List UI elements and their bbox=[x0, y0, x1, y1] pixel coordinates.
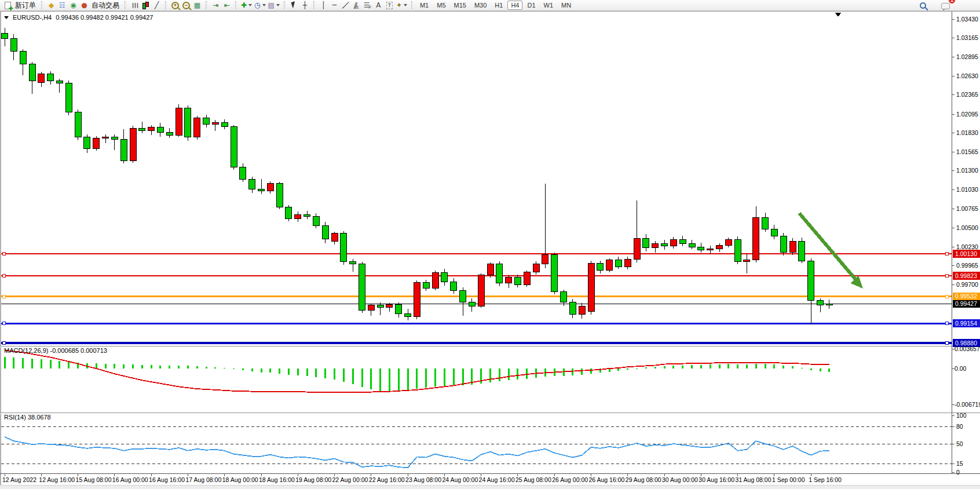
price-tick-label: 1.01565 bbox=[956, 148, 978, 155]
horizontal-level-line[interactable] bbox=[1, 253, 952, 256]
time-tick-label: 26 Aug 00:00 bbox=[552, 476, 588, 483]
horizontal-level-line[interactable] bbox=[1, 322, 952, 325]
line-chart-button[interactable]: ╱ bbox=[151, 1, 162, 10]
text-label-button[interactable]: T bbox=[384, 1, 395, 10]
rsi-line bbox=[5, 437, 829, 468]
timeframe-button-M5[interactable]: M5 bbox=[433, 1, 449, 10]
new-order-button[interactable] bbox=[2, 1, 13, 10]
horizontal-level-line[interactable] bbox=[1, 342, 952, 345]
candle-body bbox=[84, 137, 90, 149]
candle-body bbox=[524, 272, 530, 284]
line-handle[interactable] bbox=[945, 253, 948, 256]
candle-body bbox=[780, 236, 787, 253]
timeframe-button-M15[interactable]: M15 bbox=[451, 1, 470, 10]
templates-button[interactable]: ▤ bbox=[267, 1, 281, 10]
candlestick-chart-icon bbox=[142, 2, 149, 9]
new-order-icon bbox=[5, 2, 11, 9]
line-handle[interactable] bbox=[2, 275, 5, 278]
panel-separators[interactable] bbox=[0, 346, 980, 474]
toolbar-separator bbox=[313, 1, 315, 9]
macd-histogram-bar bbox=[159, 366, 161, 369]
candle-body bbox=[396, 305, 402, 314]
signal-button[interactable]: ◉ bbox=[68, 1, 79, 10]
line-handle[interactable] bbox=[2, 295, 5, 298]
cursor-button[interactable] bbox=[288, 1, 299, 10]
search-button[interactable] bbox=[917, 1, 928, 10]
line-handle[interactable] bbox=[945, 322, 948, 325]
vertical-line-button[interactable]: │ bbox=[318, 1, 329, 10]
text-button[interactable]: A bbox=[373, 1, 384, 10]
trend-line-button[interactable]: ╱ bbox=[340, 1, 351, 10]
line-handle[interactable] bbox=[945, 275, 948, 278]
price-axis[interactable]: 1.034301.031651.028951.026301.023651.020… bbox=[952, 16, 980, 476]
price-badge: 1.00130 bbox=[953, 250, 980, 258]
svg-text:0.99532: 0.99532 bbox=[955, 293, 977, 300]
macd-histogram-bar bbox=[233, 368, 235, 369]
chart-shift-marker[interactable] bbox=[835, 13, 842, 17]
candle-body bbox=[350, 262, 356, 264]
timeframe-button-M1[interactable]: M1 bbox=[416, 1, 432, 10]
indicators-button[interactable]: ✚ bbox=[240, 1, 253, 10]
market-watch-button[interactable]: ◆ bbox=[46, 1, 57, 10]
candle-body bbox=[469, 302, 475, 306]
arrows-button[interactable]: ✦ bbox=[395, 1, 408, 10]
candle-body bbox=[689, 243, 695, 247]
candle-body bbox=[634, 238, 640, 259]
timeframe-button-W1[interactable]: W1 bbox=[540, 1, 557, 10]
time-tick-label: 15 Aug 08:00 bbox=[76, 476, 112, 483]
line-handle[interactable] bbox=[2, 322, 5, 325]
fibonacci-button[interactable]: ☰F bbox=[362, 1, 373, 10]
time-tick-label: 22 Aug 00:00 bbox=[332, 476, 368, 483]
candle-body bbox=[56, 81, 63, 83]
chart-canvas[interactable]: 1.034301.031651.028951.026301.023651.020… bbox=[0, 0, 980, 489]
auto-trading-button[interactable]: ● bbox=[79, 1, 90, 10]
timeframe-button-M30[interactable]: M30 bbox=[471, 1, 490, 10]
candle-body bbox=[231, 127, 237, 167]
data-window-button[interactable]: ☷ bbox=[57, 1, 68, 10]
crosshair-button[interactable]: ┼ bbox=[299, 1, 310, 10]
fibonacci-letter: F bbox=[369, 5, 371, 9]
chart-shift-button[interactable]: ⇤ bbox=[221, 1, 232, 10]
macd-histogram-bar bbox=[755, 364, 757, 368]
rsi-tick-label: 100 bbox=[956, 412, 967, 419]
horizontal-line-button[interactable]: ─ bbox=[329, 1, 340, 10]
timeframe-button-MN[interactable]: MN bbox=[558, 1, 575, 10]
macd-histogram-bar bbox=[4, 357, 6, 368]
equidistant-channel-button[interactable]: ∥E bbox=[351, 1, 362, 10]
candlestick-chart-button[interactable] bbox=[140, 1, 151, 10]
timeframe-button-H4[interactable]: H4 bbox=[507, 1, 522, 10]
bar-chart-button[interactable]: ☰ bbox=[129, 1, 140, 10]
candle-body bbox=[212, 122, 218, 125]
macd-tick-label: 0.003657 bbox=[955, 345, 980, 352]
macd-histogram-bar bbox=[682, 366, 683, 369]
line-handle[interactable] bbox=[945, 295, 948, 298]
line-handle[interactable] bbox=[2, 342, 5, 345]
macd-histogram-bar bbox=[434, 368, 436, 386]
macd-histogram-bar bbox=[792, 366, 793, 368]
macd-histogram-bar bbox=[782, 366, 784, 369]
notification-badge: 1 bbox=[948, 0, 956, 4]
line-handle[interactable] bbox=[2, 253, 5, 256]
tile-windows-button[interactable]: ▦ bbox=[192, 1, 203, 10]
macd-histogram-bar bbox=[489, 368, 491, 382]
zoom-out-button[interactable]: − bbox=[181, 1, 192, 10]
templates-icon: ▤ bbox=[268, 1, 275, 10]
chart-symbol-period: EURUSD-,H4 bbox=[13, 14, 52, 21]
macd-histogram-bar bbox=[324, 368, 326, 378]
time-tick-label: 18 Aug 16:00 bbox=[259, 476, 295, 483]
timeframe-button-H1[interactable]: H1 bbox=[491, 1, 506, 10]
candle-body bbox=[506, 278, 512, 283]
time-tick-label: 24 Aug 16:00 bbox=[479, 476, 515, 483]
zoom-in-button[interactable]: + bbox=[170, 1, 181, 10]
time-axis[interactable]: 12 Aug 202212 Aug 16:0015 Aug 08:0016 Au… bbox=[2, 474, 842, 483]
macd-histogram-bar bbox=[288, 368, 290, 375]
periods-button[interactable]: ◷ bbox=[253, 1, 266, 10]
timeframe-button-D1[interactable]: D1 bbox=[524, 1, 539, 10]
candle-body bbox=[139, 128, 145, 131]
toolbar-separator bbox=[284, 1, 286, 9]
auto-scroll-button[interactable]: ⇥ bbox=[210, 1, 221, 10]
macd-histogram-bar bbox=[105, 364, 107, 368]
macd-histogram-bar bbox=[691, 365, 693, 369]
line-handle[interactable] bbox=[945, 342, 948, 345]
notifications-button[interactable]: 1 bbox=[940, 1, 951, 10]
